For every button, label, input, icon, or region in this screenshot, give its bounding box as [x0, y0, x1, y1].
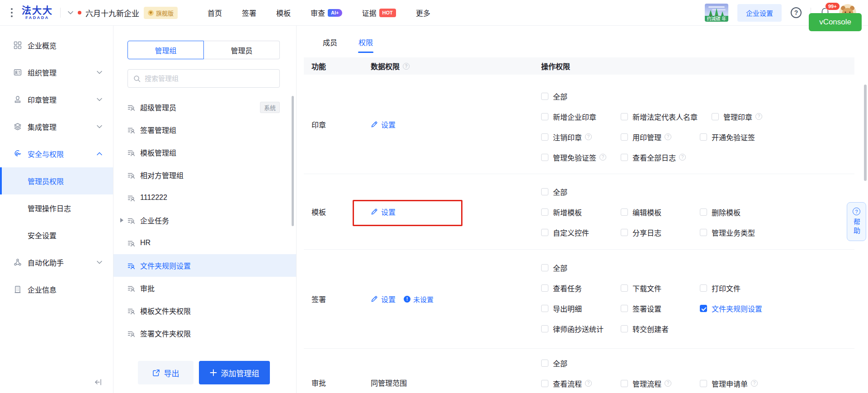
- checkbox-item[interactable]: 签署设置: [621, 303, 700, 314]
- checkbox-item[interactable]: 下载文件: [621, 283, 700, 294]
- tab-members[interactable]: 成员: [323, 37, 337, 53]
- group-item-template-folder-perms[interactable]: 模板文件夹权限: [113, 299, 296, 322]
- org-name[interactable]: 六月十九新企业: [85, 7, 139, 19]
- app-menu-icon[interactable]: [11, 8, 13, 17]
- not-set-indicator[interactable]: ! 未设置: [404, 294, 434, 304]
- checkbox-item[interactable]: 打印文件: [700, 283, 741, 294]
- group-search[interactable]: [127, 69, 280, 88]
- help-icon[interactable]: ?: [665, 133, 671, 140]
- sign-set-link[interactable]: 设置: [371, 294, 396, 304]
- group-item-folder-rules[interactable]: 文件夹规则设置: [113, 254, 296, 277]
- checkbox-item[interactable]: 管理免验证签?: [541, 152, 621, 163]
- tab-permissions[interactable]: 权限: [359, 37, 373, 53]
- checkbox[interactable]: [541, 188, 548, 195]
- checkbox[interactable]: [621, 208, 628, 216]
- checkbox[interactable]: [700, 208, 707, 216]
- checkbox-item[interactable]: 管理业务类型: [700, 227, 755, 238]
- sidebar-item-enterprise-info[interactable]: 企业信息: [0, 276, 113, 303]
- sidebar-item-seal[interactable]: 印章管理: [0, 86, 113, 113]
- checkbox[interactable]: [621, 154, 628, 161]
- checkbox[interactable]: [700, 380, 707, 387]
- checkbox-item[interactable]: 全部: [541, 91, 621, 102]
- sidebar-item-security-settings[interactable]: 安全设置: [0, 222, 113, 249]
- sidebar-item-security[interactable]: 安全与权限: [0, 140, 113, 167]
- checkbox[interactable]: [541, 264, 548, 271]
- nav-review[interactable]: 审查AI+: [311, 7, 342, 18]
- checkbox-item[interactable]: 新增法定代表人名章: [621, 111, 712, 122]
- nav-home[interactable]: 首页: [208, 7, 222, 18]
- checkbox[interactable]: [541, 284, 548, 292]
- page-scrollbar[interactable]: [864, 85, 867, 181]
- sidebar-item-organization[interactable]: 组织管理: [0, 59, 113, 86]
- checkbox-item[interactable]: 编辑模板: [621, 207, 700, 218]
- checkbox[interactable]: [712, 113, 719, 120]
- checkbox[interactable]: [541, 154, 548, 161]
- sidebar-item-admin-permissions[interactable]: 管理员权限: [0, 167, 113, 194]
- checkbox-item[interactable]: 全部: [541, 358, 621, 369]
- nav-template[interactable]: 模板: [276, 7, 291, 18]
- checkbox[interactable]: [541, 113, 548, 120]
- nav-more[interactable]: 更多: [416, 7, 430, 18]
- checkbox-item[interactable]: 查看流程?: [541, 378, 621, 389]
- checkbox-item[interactable]: 删除模板: [700, 207, 741, 218]
- checkbox-item[interactable]: 转交创建者: [621, 323, 700, 334]
- help-icon[interactable]: ?: [403, 63, 410, 70]
- checkbox-item[interactable]: 管理印章?: [712, 111, 762, 122]
- checkbox[interactable]: [621, 133, 628, 141]
- checkbox[interactable]: [541, 305, 548, 312]
- help-icon[interactable]: ?: [599, 154, 606, 161]
- checkbox[interactable]: [541, 360, 548, 367]
- checkbox-item[interactable]: 新增模板: [541, 207, 621, 218]
- seal-set-link[interactable]: 设置: [371, 119, 396, 130]
- checkbox-item[interactable]: 分享日志: [621, 227, 700, 238]
- checkbox-item-folder-rules[interactable]: 文件夹规则设置: [700, 303, 762, 314]
- expand-caret-icon[interactable]: [120, 218, 123, 223]
- group-item-hr[interactable]: HR: [113, 232, 296, 254]
- help-icon[interactable]: ?: [585, 380, 592, 387]
- group-item-counterparty-admins[interactable]: 相对方管理组: [113, 164, 296, 186]
- sidebar-item-overview[interactable]: 企业概览: [0, 32, 113, 59]
- checkbox-item[interactable]: 新增企业印章: [541, 111, 621, 122]
- checkbox-item[interactable]: 导出明细: [541, 303, 621, 314]
- checkbox-item[interactable]: 注销印章?: [541, 132, 621, 142]
- checkbox-item[interactable]: 全部: [541, 186, 621, 197]
- checkbox[interactable]: [541, 133, 548, 141]
- checkbox[interactable]: [621, 229, 628, 236]
- checkbox-item[interactable]: 查看任务: [541, 283, 621, 294]
- checkbox[interactable]: [621, 305, 628, 312]
- enterprise-settings-button[interactable]: 企业设置: [737, 4, 782, 22]
- checkbox[interactable]: [541, 325, 548, 332]
- panel-scrollbar[interactable]: [292, 96, 294, 226]
- checkbox[interactable]: [541, 208, 548, 216]
- group-item-super-admin[interactable]: 超级管理员 系统: [113, 96, 296, 118]
- checkbox-checked[interactable]: [700, 305, 707, 312]
- export-button[interactable]: 导出: [138, 361, 193, 384]
- tab-admins[interactable]: 管理员: [204, 41, 280, 59]
- checkbox[interactable]: [700, 229, 707, 236]
- group-item-approval[interactable]: 审批: [113, 277, 296, 299]
- checkbox-item[interactable]: 律师函抄送统计: [541, 323, 621, 334]
- checkbox[interactable]: [700, 284, 707, 292]
- help-icon[interactable]: ?: [585, 133, 592, 140]
- vconsole-button[interactable]: vConsole: [809, 13, 862, 31]
- group-item-1112222[interactable]: 1112222: [113, 186, 296, 209]
- checkbox-item[interactable]: 开通免验证签: [700, 132, 755, 142]
- group-item-template-admins[interactable]: 模板管理组: [113, 141, 296, 164]
- checkbox[interactable]: [541, 93, 548, 100]
- sidebar-item-automation[interactable]: 自动化助手: [0, 249, 113, 276]
- checkbox[interactable]: [541, 229, 548, 236]
- checkbox[interactable]: [621, 284, 628, 292]
- collapse-sidebar-icon[interactable]: [94, 379, 103, 386]
- help-circle-icon[interactable]: ?: [791, 7, 802, 18]
- checkbox[interactable]: [621, 113, 628, 120]
- checkbox-item[interactable]: 用印管理?: [621, 132, 700, 142]
- org-switcher-chevron-icon[interactable]: [68, 11, 73, 14]
- checkbox-item[interactable]: 查看全部日志?: [621, 152, 700, 163]
- help-fab[interactable]: ? 帮助: [847, 202, 866, 241]
- checkbox-item[interactable]: 自定义控件: [541, 227, 621, 238]
- search-input[interactable]: [145, 75, 274, 82]
- help-icon[interactable]: ?: [679, 154, 686, 161]
- nav-sign[interactable]: 签署: [242, 7, 256, 18]
- checkbox-item[interactable]: 管理流程?: [621, 378, 700, 389]
- help-icon[interactable]: ?: [665, 380, 671, 387]
